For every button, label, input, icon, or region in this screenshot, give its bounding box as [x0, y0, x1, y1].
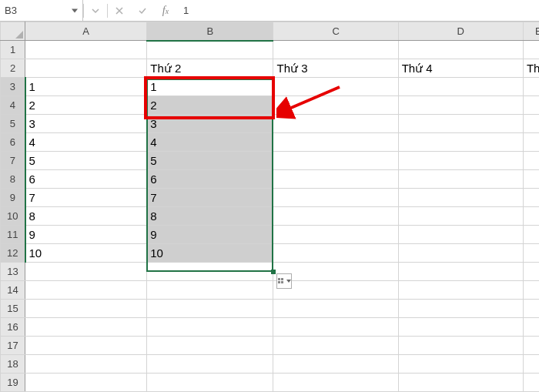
cell-C15[interactable]	[273, 300, 398, 318]
cell-A8[interactable]: 6	[25, 170, 147, 189]
cell-A1[interactable]	[25, 41, 147, 59]
row-header-7[interactable]: 7	[1, 152, 25, 170]
cell-E16[interactable]	[523, 318, 539, 337]
cell-D8[interactable]	[398, 170, 523, 189]
fill-handle[interactable]	[271, 270, 276, 274]
row-header-17[interactable]: 17	[1, 337, 25, 355]
row-header-10[interactable]: 10	[1, 207, 25, 226]
row-header-2[interactable]: 2	[1, 59, 25, 78]
cell-C9[interactable]	[273, 189, 398, 207]
cell-D10[interactable]	[398, 207, 523, 226]
cell-C4[interactable]	[273, 96, 398, 115]
col-header-A[interactable]: A	[25, 22, 147, 41]
enter-icon[interactable]	[131, 0, 154, 21]
cell-E10[interactable]	[523, 207, 539, 226]
cell-B4[interactable]: 2	[147, 96, 273, 115]
cell-D16[interactable]	[398, 318, 523, 337]
cancel-icon[interactable]	[108, 0, 131, 21]
cell-E1[interactable]	[523, 41, 539, 59]
cell-C6[interactable]	[273, 133, 398, 152]
cell-A11[interactable]: 9	[25, 226, 147, 244]
cell-E12[interactable]	[523, 244, 539, 263]
cell-A10[interactable]: 8	[25, 207, 147, 226]
col-header-C[interactable]: C	[273, 22, 398, 41]
cell-E17[interactable]	[523, 337, 539, 355]
cell-C5[interactable]	[273, 115, 398, 133]
row-header-11[interactable]: 11	[1, 226, 25, 244]
cell-B3[interactable]: 1	[147, 78, 273, 96]
cell-D9[interactable]	[398, 189, 523, 207]
cell-D1[interactable]	[398, 41, 523, 59]
cell-E18[interactable]	[523, 355, 539, 374]
cell-B12[interactable]: 10	[147, 244, 273, 263]
cell-C16[interactable]	[273, 318, 398, 337]
row-header-12[interactable]: 12	[1, 244, 25, 263]
row-header-14[interactable]: 14	[1, 281, 25, 300]
cell-D6[interactable]	[398, 133, 523, 152]
row-header-4[interactable]: 4	[1, 96, 25, 115]
cell-C13[interactable]	[273, 263, 398, 281]
cell-D18[interactable]	[398, 355, 523, 374]
cell-A7[interactable]: 5	[25, 152, 147, 170]
cell-D3[interactable]	[398, 78, 523, 96]
cell-B18[interactable]	[147, 355, 273, 374]
cell-D4[interactable]	[398, 96, 523, 115]
cell-E3[interactable]	[523, 78, 539, 96]
cell-B1[interactable]	[147, 41, 273, 59]
cell-E14[interactable]	[523, 281, 539, 300]
cell-B10[interactable]: 8	[147, 207, 273, 226]
cell-E19[interactable]	[523, 374, 539, 392]
cell-A14[interactable]	[25, 281, 147, 300]
cell-B5[interactable]: 3	[147, 115, 273, 133]
spreadsheet-grid[interactable]: ABCDE12Thứ 2Thứ 3Thứ 4Thứ311422533644755…	[0, 22, 539, 392]
cell-B9[interactable]: 7	[147, 189, 273, 207]
row-header-3[interactable]: 3	[1, 78, 25, 96]
cell-D5[interactable]	[398, 115, 523, 133]
cell-C17[interactable]	[273, 337, 398, 355]
row-header-19[interactable]: 19	[1, 374, 25, 392]
fx-icon[interactable]: fx	[154, 0, 177, 21]
autofill-options-button[interactable]	[276, 273, 292, 289]
row-header-5[interactable]: 5	[1, 115, 25, 133]
cell-B14[interactable]	[147, 281, 273, 300]
cell-D15[interactable]	[398, 300, 523, 318]
cell-A5[interactable]: 3	[25, 115, 147, 133]
cell-A15[interactable]	[25, 300, 147, 318]
cell-C14[interactable]	[273, 281, 398, 300]
row-header-1[interactable]: 1	[1, 41, 25, 59]
cell-B16[interactable]	[147, 318, 273, 337]
cell-A2[interactable]	[25, 59, 147, 78]
cell-C2[interactable]: Thứ 3	[273, 59, 398, 78]
cell-B7[interactable]: 5	[147, 152, 273, 170]
cell-A19[interactable]	[25, 374, 147, 392]
cell-B11[interactable]: 9	[147, 226, 273, 244]
cell-E9[interactable]	[523, 189, 539, 207]
cell-B13[interactable]	[147, 263, 273, 281]
cell-A3[interactable]: 1	[25, 78, 147, 96]
cell-D12[interactable]	[398, 244, 523, 263]
cell-E6[interactable]	[523, 133, 539, 152]
cell-E7[interactable]	[523, 152, 539, 170]
cell-B6[interactable]: 4	[147, 133, 273, 152]
cell-D19[interactable]	[398, 374, 523, 392]
cell-C3[interactable]	[273, 78, 398, 96]
cell-C8[interactable]	[273, 170, 398, 189]
cell-A4[interactable]: 2	[25, 96, 147, 115]
name-box[interactable]: B3	[0, 0, 83, 21]
cell-D7[interactable]	[398, 152, 523, 170]
cell-A13[interactable]	[25, 263, 147, 281]
col-header-E[interactable]: E	[523, 22, 539, 41]
row-header-13[interactable]: 13	[1, 263, 25, 281]
cell-C7[interactable]	[273, 152, 398, 170]
cell-E4[interactable]	[523, 96, 539, 115]
cell-D17[interactable]	[398, 337, 523, 355]
cell-C1[interactable]	[273, 41, 398, 59]
formula-bar-input[interactable]: 1	[177, 5, 539, 16]
cell-A18[interactable]	[25, 355, 147, 374]
cell-A17[interactable]	[25, 337, 147, 355]
cell-A9[interactable]: 7	[25, 189, 147, 207]
row-header-8[interactable]: 8	[1, 170, 25, 189]
cell-D2[interactable]: Thứ 4	[398, 59, 523, 78]
cell-C11[interactable]	[273, 226, 398, 244]
row-header-6[interactable]: 6	[1, 133, 25, 152]
